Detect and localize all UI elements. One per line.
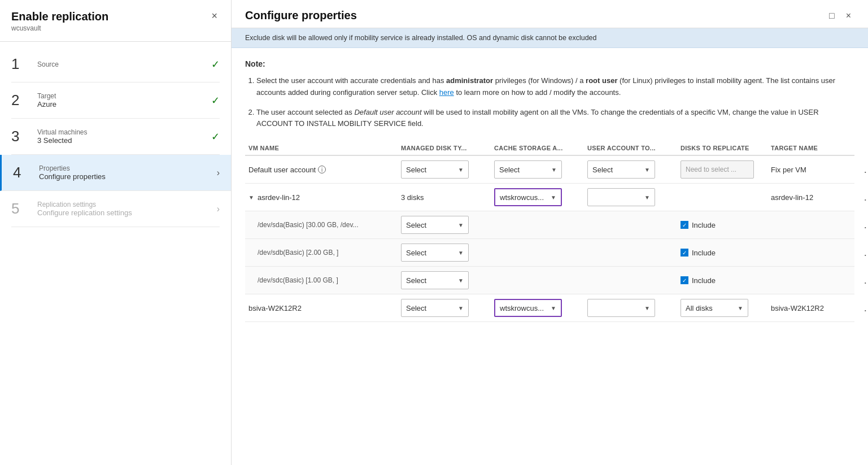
here-link[interactable]: here (439, 88, 454, 97)
cache-storage-select-bsiva[interactable]: wtskrowcus... ▼ (494, 299, 562, 317)
step-arrow-5: › (217, 204, 220, 214)
table-row-disk-sda: /dev/sda(Basic) [30.00 GB, /dev... Selec… (245, 211, 854, 239)
user-account-asrdev: ▼ (584, 188, 677, 206)
managed-disk-select-sda[interactable]: Select ▼ (401, 216, 469, 234)
vm-name-asrdev: ▼ asrdev-lin-12 (245, 193, 398, 202)
right-close-button[interactable]: × (843, 10, 854, 22)
note-item-2: The user account selected as Default use… (256, 107, 854, 131)
col-target: TARGET NAME (767, 145, 858, 151)
managed-disk-asrdev: 3 disks (398, 193, 491, 202)
cache-storage-value-bsiva: wtskrowcus... (500, 304, 544, 312)
cache-storage-select-default[interactable]: Select ▼ (494, 160, 562, 179)
cache-storage-bsiva: wtskrowcus... ▼ (491, 299, 584, 317)
managed-disk-value-sda: Select (406, 221, 426, 229)
step-item-vms[interactable]: 3 Virtual machines 3 Selected ✓ (11, 119, 220, 155)
info-icon-default[interactable]: i (318, 166, 326, 173)
step-sublabel-3: 3 Selected (37, 136, 211, 145)
info-bar: Exclude disk will be allowed only if mob… (232, 28, 868, 48)
include-sdb: ✓ Include (677, 249, 767, 257)
include-label-sdc: Include (692, 276, 716, 285)
step-label-2: Target (37, 92, 211, 100)
note-title: Note: (245, 59, 854, 68)
user-account-select-default[interactable]: Select ▼ (587, 160, 655, 179)
step-number-3: 3 (11, 128, 32, 145)
user-account-arrow-default: ▼ (644, 167, 650, 173)
col-user-account: USER ACCOUNT TO... (584, 145, 677, 151)
note-item-1: Select the user account with accurate cr… (256, 75, 854, 99)
disks-value-bsiva: All disks (686, 304, 713, 312)
left-close-button[interactable]: × (209, 10, 220, 22)
disks-default: Need to select ... (677, 160, 767, 179)
target-default: Fix per VM (767, 166, 858, 174)
managed-disk-value-bsiva: Select (406, 304, 426, 312)
managed-disk-select-sdb[interactable]: Select ▼ (401, 244, 469, 262)
more-actions-sdc[interactable]: … (861, 275, 868, 286)
managed-disk-select-default[interactable]: Select ▼ (401, 160, 469, 179)
col-actions-header (858, 145, 868, 151)
managed-disk-select-sdc[interactable]: Select ▼ (401, 271, 469, 289)
minimize-button[interactable]: □ (826, 10, 838, 22)
fix-per-vm-label: Fix per VM (771, 166, 806, 174)
target-bsiva: bsiva-W2K12R2 (767, 304, 858, 312)
right-panel: Configure properties □ × Exclude disk wi… (232, 0, 868, 465)
user-account-arrow-asrdev: ▼ (644, 194, 650, 201)
checkbox-sdc[interactable]: ✓ (681, 276, 688, 284)
step-label-5: Replication settings (37, 201, 217, 208)
step-item-source[interactable]: 1 Source ✓ (11, 46, 220, 82)
vm-name-label-asrdev: ▼ asrdev-lin-12 (248, 193, 300, 202)
managed-disk-arrow-sdb: ▼ (458, 250, 464, 256)
step-list: 1 Source ✓ 2 Target Azure ✓ 3 Virtual ma… (0, 46, 231, 227)
managed-disk-arrow-sdc: ▼ (458, 277, 464, 284)
disk-name-sdb: /dev/sdb(Basic) [2.00 GB, ] (245, 249, 398, 257)
user-account-arrow-bsiva: ▼ (644, 305, 650, 311)
table-row-vm-bsiva: bsiva-W2K12R2 Select ▼ wtskrowcus... ▼ (245, 294, 854, 322)
managed-disk-bsiva: Select ▼ (398, 299, 491, 317)
more-actions-default[interactable]: … (861, 164, 868, 176)
collapse-icon-asrdev[interactable]: ▼ (248, 194, 254, 201)
cache-storage-select-asrdev[interactable]: wtskrowcus... ▼ (494, 188, 562, 206)
managed-disk-select-bsiva[interactable]: Select ▼ (401, 299, 469, 317)
disk-label-sdc: /dev/sdc(Basic) [1.00 GB, ] (248, 276, 338, 284)
step-label-1: Source (37, 60, 211, 68)
more-actions-bsiva[interactable]: … (861, 302, 868, 314)
target-name-bsiva: bsiva-W2K12R2 (771, 304, 824, 312)
disks-select-bsiva[interactable]: All disks ▼ (681, 299, 748, 317)
step-info-2: Target Azure (37, 92, 211, 108)
more-actions-sda[interactable]: … (861, 219, 868, 231)
step-check-1: ✓ (211, 58, 220, 71)
checkbox-sda[interactable]: ✓ (681, 221, 688, 229)
cache-storage-arrow-bsiva: ▼ (551, 305, 556, 311)
more-actions-sdb[interactable]: … (861, 247, 868, 259)
step-check-2: ✓ (211, 94, 220, 107)
col-disks: DISKS TO REPLICATE (677, 145, 767, 151)
actions-asrdev: … (858, 192, 868, 203)
include-check-sdc: ✓ Include (681, 276, 716, 285)
disks-arrow-bsiva: ▼ (738, 305, 743, 311)
managed-disk-value-default: Select (406, 166, 426, 174)
more-actions-asrdev[interactable]: … (861, 192, 868, 203)
user-account-bsiva: ▼ (584, 299, 677, 317)
managed-disk-sda: Select ▼ (398, 216, 491, 234)
step-item-target[interactable]: 2 Target Azure ✓ (11, 82, 220, 119)
managed-disk-arrow-bsiva: ▼ (458, 305, 464, 311)
step-info-5: Replication settings Configure replicati… (37, 201, 217, 217)
cache-storage-arrow-default: ▼ (551, 167, 557, 173)
col-cache-storage: CACHE STORAGE A... (491, 145, 584, 151)
left-header: Enable replication wcusvault × (0, 0, 231, 37)
target-asrdev: asrdev-lin-12 (767, 193, 858, 202)
step-label-4: Properties (39, 164, 217, 172)
include-label-sda: Include (692, 221, 716, 229)
panel-subtitle: wcusvault (11, 24, 108, 32)
table-row-disk-sdb: /dev/sdb(Basic) [2.00 GB, ] Select ▼ ✓ I… (245, 239, 854, 267)
disk-name-sdc: /dev/sdc(Basic) [1.00 GB, ] (245, 276, 398, 284)
user-account-select-bsiva[interactable]: ▼ (587, 299, 655, 317)
step-item-properties[interactable]: 4 Properties Configure properties › (0, 155, 231, 191)
checkbox-sdb[interactable]: ✓ (681, 249, 688, 257)
right-header-buttons: □ × (826, 10, 854, 22)
user-account-select-asrdev[interactable]: ▼ (587, 188, 655, 206)
right-content: Note: Select the user account with accur… (232, 48, 868, 465)
actions-sdb: … (858, 247, 868, 259)
actions-sdc: … (858, 275, 868, 286)
include-label-sdb: Include (692, 249, 716, 257)
step-info-4: Properties Configure properties (39, 164, 217, 181)
